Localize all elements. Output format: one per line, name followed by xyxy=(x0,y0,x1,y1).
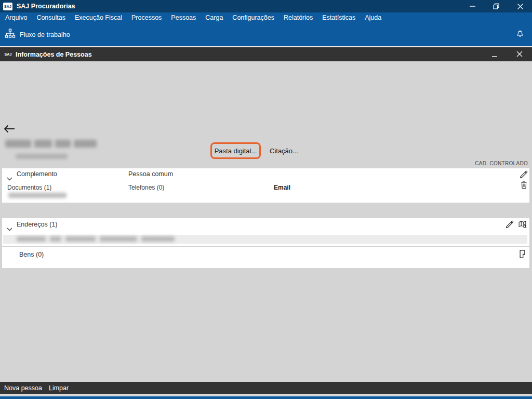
bens-document-button[interactable] xyxy=(519,250,526,260)
pasta-digital-button[interactable]: Pasta digital... xyxy=(215,147,257,155)
citacao-button[interactable]: Citação... xyxy=(270,147,298,155)
email-label: Email xyxy=(274,184,290,191)
menu-carga[interactable]: Carga xyxy=(201,12,228,23)
bell-icon xyxy=(515,29,525,41)
delete-person-button[interactable] xyxy=(520,180,528,191)
app-title: SAJ Procuradorias xyxy=(17,3,75,10)
saj-child-logo-icon: SAJ xyxy=(4,51,12,58)
tipo-pessoa-value: Pessoa comum xyxy=(128,170,173,178)
trash-icon xyxy=(520,182,528,191)
chevron-down-icon[interactable] xyxy=(7,224,12,233)
redacted-address-part xyxy=(100,236,137,242)
bens-panel: Bens (0) xyxy=(2,247,529,268)
nova-pessoa-button[interactable]: Nova pessoa xyxy=(4,384,42,392)
menu-ajuda[interactable]: Ajuda xyxy=(360,12,386,23)
pencil-icon xyxy=(505,222,514,231)
org-chart-icon xyxy=(5,29,16,41)
child-window-titlebar: SAJ Informações de Pessoas xyxy=(0,47,532,61)
child-close-button[interactable] xyxy=(507,47,532,61)
window-controls xyxy=(460,0,532,12)
redacted-address-part xyxy=(17,236,46,242)
back-arrow-icon xyxy=(4,125,15,135)
redacted-text xyxy=(55,140,71,148)
cadastro-controlado-badge: CAD. CONTROLADO xyxy=(475,161,528,166)
redacted-address-part xyxy=(50,236,61,242)
redacted-text xyxy=(5,140,31,148)
redacted-subtext xyxy=(16,154,68,159)
toolbar: Fluxo de trabalho xyxy=(0,23,532,46)
menu-relatorios[interactable]: Relatórios xyxy=(279,12,317,23)
child-window-controls xyxy=(482,47,532,61)
minimize-icon xyxy=(492,50,497,59)
menu-consultas[interactable]: Consultas xyxy=(32,12,70,23)
person-info-client-area: Pasta digital... Citação... CAD. CONTROL… xyxy=(0,61,532,382)
pasta-digital-button-highlight: Pasta digital... xyxy=(210,142,261,159)
menu-arquivo[interactable]: Arquivo xyxy=(1,12,32,23)
address-row[interactable] xyxy=(3,235,527,244)
complemento-section-title[interactable]: Complemento xyxy=(17,170,57,178)
footer-bar: Nova pessoa Limpar xyxy=(0,382,532,394)
enderecos-panel: Endereços (1) xyxy=(2,218,529,246)
redacted-document-number xyxy=(8,193,66,198)
close-button[interactable] xyxy=(508,0,532,12)
chevron-down-icon[interactable] xyxy=(7,174,12,183)
redacted-address-part xyxy=(141,236,175,242)
back-button[interactable] xyxy=(4,125,17,135)
child-window-title: Informações de Pessoas xyxy=(16,51,92,58)
menu-pessoas[interactable]: Pessoas xyxy=(166,12,201,23)
bens-section-title[interactable]: Bens (0) xyxy=(19,251,44,258)
redacted-text xyxy=(34,140,52,148)
pencil-icon xyxy=(519,172,528,181)
app-bottom-strip xyxy=(0,396,532,399)
notifications-button[interactable] xyxy=(515,29,525,41)
minimize-button[interactable] xyxy=(460,0,484,12)
saj-app-logo-icon: SAJ xyxy=(3,3,12,10)
redacted-text xyxy=(74,140,97,148)
close-icon xyxy=(516,50,523,59)
telefones-label: Telefones (0) xyxy=(128,184,164,191)
edit-complemento-button[interactable] xyxy=(519,170,528,181)
view-address-map-button[interactable] xyxy=(517,220,527,231)
edit-endereco-button[interactable] xyxy=(505,220,514,231)
menu-configuracoes[interactable]: Configurações xyxy=(228,12,279,23)
app-titlebar: SAJ SAJ Procuradorias xyxy=(0,0,532,12)
map-search-icon xyxy=(517,222,527,231)
restore-icon xyxy=(493,3,499,9)
redacted-address-part xyxy=(65,236,96,242)
minimize-icon xyxy=(470,6,475,7)
complemento-panel: Complemento Pessoa comum Documentos (1) … xyxy=(2,168,529,203)
limpar-button[interactable]: Limpar xyxy=(49,384,69,392)
menu-estatisticas[interactable]: Estatísticas xyxy=(317,12,360,23)
menu-execucao-fiscal[interactable]: Execução Fiscal xyxy=(70,12,127,23)
menu-bar: Arquivo Consultas Execução Fiscal Proces… xyxy=(0,12,532,23)
torn-document-icon xyxy=(519,251,526,260)
documentos-label: Documentos (1) xyxy=(7,184,51,191)
workflow-label: Fluxo de trabalho xyxy=(20,31,70,38)
child-minimize-button[interactable] xyxy=(482,47,507,61)
restore-button[interactable] xyxy=(484,0,508,12)
menu-processos[interactable]: Processos xyxy=(127,12,166,23)
close-icon xyxy=(517,4,523,9)
workflow-button[interactable]: Fluxo de trabalho xyxy=(5,29,70,41)
enderecos-section-title[interactable]: Endereços (1) xyxy=(17,221,58,228)
